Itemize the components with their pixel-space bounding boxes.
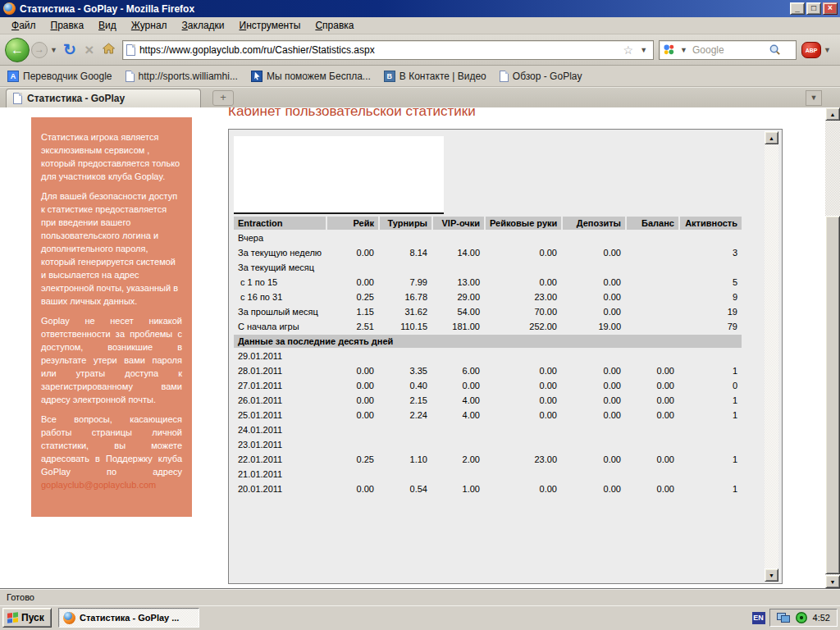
bookmark-item-1[interactable]: http://sports.williamhi... bbox=[126, 71, 238, 82]
search-input[interactable] bbox=[692, 44, 766, 56]
panel-scroll-track[interactable] bbox=[765, 144, 778, 568]
panel-scroll-up-button[interactable]: ▲ bbox=[765, 131, 778, 144]
bookmark-item-2[interactable]: Мы поможем Беспла... bbox=[251, 71, 371, 82]
table-cell: За прошлый месяц bbox=[234, 305, 326, 318]
bookmark-item-4[interactable]: Обзор - GoPlay bbox=[500, 71, 582, 82]
navigation-toolbar: ← → ▼ ↻ × ☆ ▼ ▼ ABP ▼ bbox=[0, 34, 840, 66]
table-cell bbox=[486, 261, 561, 274]
table-cell bbox=[680, 438, 742, 451]
menu-item-1[interactable]: Правка bbox=[43, 18, 92, 33]
table-cell: 0.54 bbox=[380, 482, 431, 495]
table-cell: 5 bbox=[680, 276, 742, 289]
table-cell bbox=[380, 231, 431, 244]
column-header: Рейк bbox=[327, 217, 378, 230]
table-cell bbox=[627, 320, 678, 333]
table-cell: 23.01.2011 bbox=[234, 438, 326, 451]
firefox-icon bbox=[63, 612, 75, 624]
menu-item-5[interactable]: Инструменты bbox=[232, 18, 308, 33]
menu-item-3[interactable]: Журнал bbox=[124, 18, 175, 33]
adblock-dropdown-icon[interactable]: ▼ bbox=[821, 46, 833, 54]
minimize-button[interactable]: _ bbox=[790, 2, 805, 15]
table-cell: 0.00 bbox=[486, 379, 561, 392]
table-row: За текущую неделю0.008.1414.000.000.003 bbox=[234, 246, 742, 259]
table-row: 27.01.20110.000.400.000.000.000.000 bbox=[234, 379, 742, 392]
bookmark-label: В Контакте | Видео bbox=[399, 71, 486, 82]
list-all-tabs-button[interactable]: ▼ bbox=[806, 90, 822, 106]
table-cell bbox=[486, 468, 561, 481]
table-cell: 0 bbox=[680, 379, 742, 392]
panel-scroll-down-button[interactable]: ▼ bbox=[765, 568, 778, 582]
window-scroll-thumb[interactable] bbox=[825, 216, 840, 574]
address-input[interactable] bbox=[139, 44, 619, 56]
window-scroll-down-button[interactable]: ▼ bbox=[825, 575, 840, 588]
table-cell: 2.00 bbox=[433, 453, 484, 466]
table-cell: 0.00 bbox=[563, 379, 625, 392]
firefox-icon bbox=[3, 2, 16, 15]
home-button[interactable] bbox=[99, 42, 119, 58]
stop-button[interactable]: × bbox=[80, 41, 99, 59]
table-row: 23.01.2011 bbox=[234, 438, 742, 451]
bookmark-item-0[interactable]: AПереводчик Google bbox=[7, 71, 112, 82]
table-cell bbox=[563, 349, 625, 363]
table-cell bbox=[486, 231, 561, 244]
address-bar[interactable]: ☆ ▼ bbox=[122, 40, 654, 60]
table-row: Вчера bbox=[234, 231, 742, 244]
table-cell bbox=[380, 349, 431, 363]
table-cell bbox=[627, 231, 678, 244]
table-cell: 1 bbox=[680, 453, 742, 466]
language-indicator[interactable]: EN bbox=[752, 612, 765, 624]
refresh-button[interactable]: ↻ bbox=[60, 40, 80, 59]
table-cell: 19.00 bbox=[563, 320, 625, 333]
table-cell bbox=[627, 349, 678, 363]
table-cell: 0.00 bbox=[486, 364, 561, 377]
antivirus-icon[interactable] bbox=[796, 612, 807, 623]
maximize-button[interactable]: □ bbox=[806, 2, 821, 15]
menu-item-4[interactable]: Закладки bbox=[175, 18, 232, 33]
table-cell: 19 bbox=[680, 305, 742, 318]
menu-item-6[interactable]: Справка bbox=[308, 18, 361, 33]
table-cell bbox=[327, 423, 378, 436]
new-tab-button[interactable]: + bbox=[212, 90, 234, 106]
tab-statistics[interactable]: Статистика - GoPlay bbox=[6, 89, 201, 107]
table-cell bbox=[380, 468, 431, 481]
bookmark-item-3[interactable]: BВ Контакте | Видео bbox=[384, 71, 486, 82]
window-scroll-up-button[interactable]: ▲ bbox=[825, 107, 840, 121]
menu-item-0[interactable]: Файл bbox=[4, 18, 43, 33]
task-button-firefox[interactable]: Статистика - GoPlay ... bbox=[58, 608, 199, 628]
window-titlebar: Статистика - GoPlay - Mozilla Firefox _ … bbox=[0, 0, 840, 17]
search-box[interactable]: ▼ bbox=[659, 40, 797, 60]
column-header: VIP-очки bbox=[433, 217, 484, 230]
search-magnifier-icon[interactable] bbox=[769, 43, 781, 56]
forward-button[interactable]: → bbox=[31, 42, 48, 58]
table-cell: 6.00 bbox=[433, 364, 484, 377]
table-cell bbox=[433, 423, 484, 436]
support-email-link[interactable]: goplayclub@goplayclub.com bbox=[41, 480, 156, 490]
table-cell: 0.00 bbox=[327, 379, 378, 392]
table-cell: 4.00 bbox=[433, 394, 484, 407]
search-engine-dropdown-icon[interactable]: ▼ bbox=[678, 46, 690, 54]
page-icon bbox=[500, 71, 509, 82]
network-icon[interactable] bbox=[777, 613, 790, 623]
bookmark-star-icon[interactable]: ☆ bbox=[623, 43, 634, 57]
table-cell: 0.00 bbox=[563, 453, 625, 466]
table-cell bbox=[380, 261, 431, 274]
table-cell bbox=[627, 468, 678, 481]
history-dropdown-icon[interactable]: ▼ bbox=[48, 46, 60, 54]
table-cell bbox=[627, 246, 678, 259]
table-row: 25.01.20110.002.244.000.000.000.001 bbox=[234, 409, 742, 422]
start-button[interactable]: Пуск bbox=[2, 608, 52, 628]
table-cell: 20.01.2011 bbox=[234, 482, 326, 495]
back-button[interactable]: ← bbox=[5, 38, 30, 62]
address-dropdown-icon[interactable]: ▼ bbox=[637, 46, 650, 54]
status-text: Готово bbox=[7, 592, 34, 602]
table-cell: 0.00 bbox=[627, 482, 678, 495]
panel-scrollbar[interactable]: ▲ ▼ bbox=[765, 131, 778, 582]
window-scrollbar[interactable]: ▲ ▼ bbox=[825, 107, 840, 588]
adblock-button[interactable]: ABP bbox=[801, 42, 821, 58]
menubar: ФайлПравкаВидЖурналЗакладкиИнструментыСп… bbox=[0, 17, 840, 34]
menu-item-2[interactable]: Вид bbox=[91, 18, 124, 33]
table-cell: 25.01.2011 bbox=[234, 409, 326, 422]
table-cell: 252.00 bbox=[486, 320, 561, 333]
table-cell: Вчера bbox=[234, 231, 326, 244]
close-button[interactable]: × bbox=[823, 2, 838, 15]
